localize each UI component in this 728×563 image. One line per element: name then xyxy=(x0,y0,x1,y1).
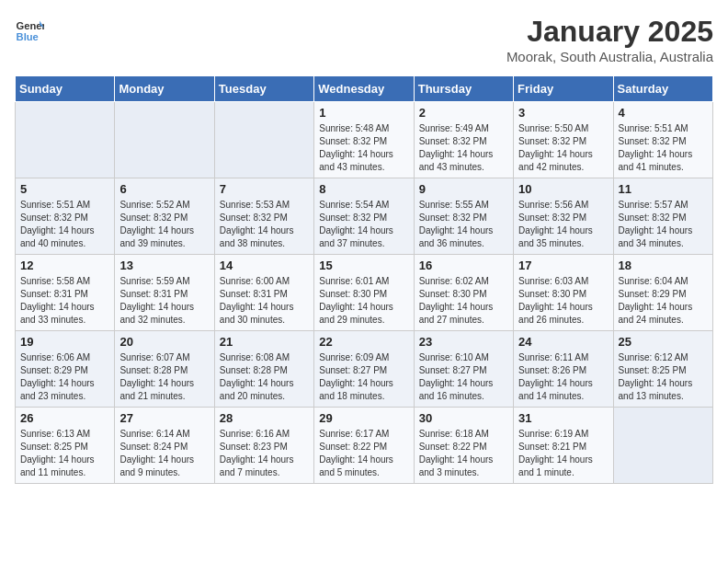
day-info: Sunrise: 5:50 AM Sunset: 8:32 PM Dayligh… xyxy=(518,122,608,174)
calendar-cell: 7Sunrise: 5:53 AM Sunset: 8:32 PM Daylig… xyxy=(214,178,313,255)
day-number: 9 xyxy=(419,182,508,196)
week-row-4: 19Sunrise: 6:06 AM Sunset: 8:29 PM Dayli… xyxy=(16,331,713,408)
day-number: 21 xyxy=(220,335,309,349)
calendar-cell: 19Sunrise: 6:06 AM Sunset: 8:29 PM Dayli… xyxy=(16,331,115,408)
day-info: Sunrise: 5:51 AM Sunset: 8:32 PM Dayligh… xyxy=(20,199,109,250)
day-number: 10 xyxy=(518,182,608,196)
day-info: Sunrise: 5:49 AM Sunset: 8:32 PM Dayligh… xyxy=(419,122,508,174)
day-info: Sunrise: 5:59 AM Sunset: 8:31 PM Dayligh… xyxy=(119,275,209,327)
calendar-cell xyxy=(613,408,712,484)
day-info: Sunrise: 5:48 AM Sunset: 8:32 PM Dayligh… xyxy=(319,122,408,174)
day-number: 15 xyxy=(319,259,408,272)
day-info: Sunrise: 6:00 AM Sunset: 8:31 PM Dayligh… xyxy=(220,275,309,327)
day-info: Sunrise: 6:16 AM Sunset: 8:23 PM Dayligh… xyxy=(220,428,309,479)
day-info: Sunrise: 6:01 AM Sunset: 8:30 PM Dayligh… xyxy=(319,275,408,327)
day-number: 11 xyxy=(619,182,708,196)
calendar-cell: 20Sunrise: 6:07 AM Sunset: 8:28 PM Dayli… xyxy=(115,331,214,408)
calendar-cell: 13Sunrise: 5:59 AM Sunset: 8:31 PM Dayli… xyxy=(115,255,214,331)
column-header-thursday: Thursday xyxy=(414,76,513,102)
calendar-cell: 10Sunrise: 5:56 AM Sunset: 8:32 PM Dayli… xyxy=(514,178,613,255)
day-info: Sunrise: 6:10 AM Sunset: 8:27 PM Dayligh… xyxy=(419,351,508,403)
day-info: Sunrise: 5:56 AM Sunset: 8:32 PM Dayligh… xyxy=(518,199,608,250)
day-info: Sunrise: 5:53 AM Sunset: 8:32 PM Dayligh… xyxy=(220,199,309,250)
column-header-friday: Friday xyxy=(514,76,613,102)
day-number: 26 xyxy=(20,411,109,425)
day-info: Sunrise: 6:02 AM Sunset: 8:30 PM Dayligh… xyxy=(419,275,508,327)
calendar-cell: 17Sunrise: 6:03 AM Sunset: 8:30 PM Dayli… xyxy=(514,255,613,331)
day-number: 18 xyxy=(619,259,708,272)
day-info: Sunrise: 6:14 AM Sunset: 8:24 PM Dayligh… xyxy=(119,428,209,479)
day-info: Sunrise: 5:58 AM Sunset: 8:31 PM Dayligh… xyxy=(20,275,109,327)
column-header-tuesday: Tuesday xyxy=(214,76,313,102)
calendar-cell: 21Sunrise: 6:08 AM Sunset: 8:28 PM Dayli… xyxy=(214,331,313,408)
calendar-cell: 1Sunrise: 5:48 AM Sunset: 8:32 PM Daylig… xyxy=(314,102,414,178)
day-number: 28 xyxy=(220,411,309,425)
day-info: Sunrise: 6:18 AM Sunset: 8:22 PM Dayligh… xyxy=(419,428,508,479)
calendar-cell: 29Sunrise: 6:17 AM Sunset: 8:22 PM Dayli… xyxy=(314,408,414,484)
day-info: Sunrise: 6:04 AM Sunset: 8:29 PM Dayligh… xyxy=(619,275,708,327)
day-info: Sunrise: 6:06 AM Sunset: 8:29 PM Dayligh… xyxy=(20,351,109,403)
day-number: 13 xyxy=(119,259,209,272)
day-number: 29 xyxy=(319,411,408,425)
day-info: Sunrise: 5:54 AM Sunset: 8:32 PM Dayligh… xyxy=(319,199,408,250)
day-info: Sunrise: 6:09 AM Sunset: 8:27 PM Dayligh… xyxy=(319,351,408,403)
calendar-cell: 24Sunrise: 6:11 AM Sunset: 8:26 PM Dayli… xyxy=(514,331,613,408)
column-header-saturday: Saturday xyxy=(613,76,712,102)
calendar-cell: 12Sunrise: 5:58 AM Sunset: 8:31 PM Dayli… xyxy=(16,255,115,331)
week-row-3: 12Sunrise: 5:58 AM Sunset: 8:31 PM Dayli… xyxy=(16,255,713,331)
day-number: 14 xyxy=(220,259,309,272)
day-info: Sunrise: 5:57 AM Sunset: 8:32 PM Dayligh… xyxy=(619,199,708,250)
calendar-cell: 31Sunrise: 6:19 AM Sunset: 8:21 PM Dayli… xyxy=(514,408,613,484)
calendar-cell xyxy=(115,102,214,178)
day-info: Sunrise: 5:55 AM Sunset: 8:32 PM Dayligh… xyxy=(419,199,508,250)
calendar-cell: 18Sunrise: 6:04 AM Sunset: 8:29 PM Dayli… xyxy=(613,255,712,331)
day-number: 19 xyxy=(20,335,109,349)
day-info: Sunrise: 6:19 AM Sunset: 8:21 PM Dayligh… xyxy=(518,428,608,479)
logo: General Blue xyxy=(15,15,44,44)
calendar-cell: 8Sunrise: 5:54 AM Sunset: 8:32 PM Daylig… xyxy=(314,178,414,255)
calendar-cell: 5Sunrise: 5:51 AM Sunset: 8:32 PM Daylig… xyxy=(16,178,115,255)
svg-text:Blue: Blue xyxy=(17,31,39,42)
calendar-cell: 9Sunrise: 5:55 AM Sunset: 8:32 PM Daylig… xyxy=(414,178,513,255)
calendar-cell xyxy=(16,102,115,178)
day-number: 17 xyxy=(518,259,608,272)
day-number: 25 xyxy=(619,335,708,349)
day-info: Sunrise: 5:52 AM Sunset: 8:32 PM Dayligh… xyxy=(119,199,209,250)
calendar-cell: 14Sunrise: 6:00 AM Sunset: 8:31 PM Dayli… xyxy=(214,255,313,331)
calendar-cell: 22Sunrise: 6:09 AM Sunset: 8:27 PM Dayli… xyxy=(314,331,414,408)
calendar-cell: 27Sunrise: 6:14 AM Sunset: 8:24 PM Dayli… xyxy=(115,408,214,484)
calendar-header: SundayMondayTuesdayWednesdayThursdayFrid… xyxy=(16,76,713,102)
day-number: 6 xyxy=(119,182,209,196)
day-info: Sunrise: 6:03 AM Sunset: 8:30 PM Dayligh… xyxy=(518,275,608,327)
calendar-title: January 2025 xyxy=(506,15,713,49)
calendar-table: SundayMondayTuesdayWednesdayThursdayFrid… xyxy=(15,75,713,484)
day-info: Sunrise: 6:12 AM Sunset: 8:25 PM Dayligh… xyxy=(619,351,708,403)
calendar-subtitle: Moorak, South Australia, Australia xyxy=(506,49,713,64)
week-row-1: 1Sunrise: 5:48 AM Sunset: 8:32 PM Daylig… xyxy=(16,102,713,178)
day-number: 4 xyxy=(619,106,708,120)
page-header: General Blue January 2025 Moorak, South … xyxy=(15,15,713,64)
day-number: 16 xyxy=(419,259,508,272)
day-number: 2 xyxy=(419,106,508,120)
day-number: 31 xyxy=(518,411,608,425)
day-number: 3 xyxy=(518,106,608,120)
logo-icon: General Blue xyxy=(15,15,44,44)
calendar-body: 1Sunrise: 5:48 AM Sunset: 8:32 PM Daylig… xyxy=(16,102,713,484)
day-number: 1 xyxy=(319,106,408,120)
day-info: Sunrise: 6:11 AM Sunset: 8:26 PM Dayligh… xyxy=(518,351,608,403)
column-header-sunday: Sunday xyxy=(16,76,115,102)
day-info: Sunrise: 6:17 AM Sunset: 8:22 PM Dayligh… xyxy=(319,428,408,479)
day-number: 23 xyxy=(419,335,508,349)
calendar-cell: 26Sunrise: 6:13 AM Sunset: 8:25 PM Dayli… xyxy=(16,408,115,484)
week-row-5: 26Sunrise: 6:13 AM Sunset: 8:25 PM Dayli… xyxy=(16,408,713,484)
day-number: 5 xyxy=(20,182,109,196)
week-row-2: 5Sunrise: 5:51 AM Sunset: 8:32 PM Daylig… xyxy=(16,178,713,255)
day-info: Sunrise: 5:51 AM Sunset: 8:32 PM Dayligh… xyxy=(619,122,708,174)
day-info: Sunrise: 6:13 AM Sunset: 8:25 PM Dayligh… xyxy=(20,428,109,479)
day-number: 8 xyxy=(319,182,408,196)
calendar-cell xyxy=(214,102,313,178)
day-number: 30 xyxy=(419,411,508,425)
calendar-cell: 16Sunrise: 6:02 AM Sunset: 8:30 PM Dayli… xyxy=(414,255,513,331)
calendar-cell: 23Sunrise: 6:10 AM Sunset: 8:27 PM Dayli… xyxy=(414,331,513,408)
calendar-cell: 11Sunrise: 5:57 AM Sunset: 8:32 PM Dayli… xyxy=(613,178,712,255)
